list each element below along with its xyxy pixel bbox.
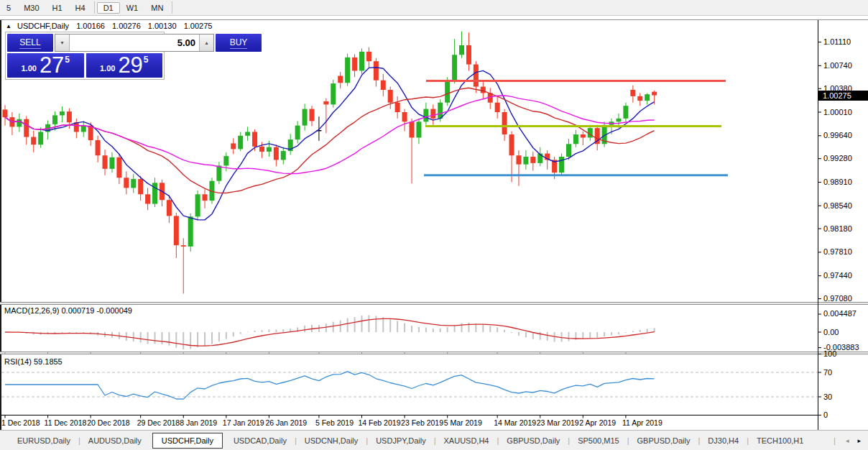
toolbar-separator <box>172 1 172 14</box>
macd-indicator-label: MACD(12,26,9) 0.000719 -0.000049 <box>4 306 132 315</box>
chevron-down-icon: ▾ <box>60 40 63 46</box>
toolbar-separator <box>94 1 95 14</box>
one-click-trade-panel: SELL ▾ ▴ BUY 1.00 27 5 1.00 <box>5 32 165 80</box>
tabs-scroll-left-button[interactable]: ◂ <box>846 437 849 444</box>
tab-scroll-controls: | ◂ ▸ <box>834 436 861 445</box>
tab-separator: | <box>698 436 701 445</box>
date-tick-label: 14 Feb 2019 <box>359 418 401 427</box>
price-tick-label: 1.00740 <box>823 61 852 70</box>
buy-price-big: 29 <box>118 55 142 76</box>
sell-price-box[interactable]: 1.00 27 5 <box>7 53 84 78</box>
chart-tab-xauusd-h4[interactable]: XAUUSD,H4 <box>437 436 497 445</box>
chart-tab-tech100-h1[interactable]: TECH100,H1 <box>749 436 811 445</box>
tab-separator: | <box>834 436 836 445</box>
volume-decrease-button[interactable]: ▾ <box>55 35 70 51</box>
tab-separator: | <box>747 436 749 445</box>
buy-button-label: BUY <box>230 37 248 49</box>
tab-separator: | <box>497 436 499 445</box>
price-tick-label: 0.99640 <box>823 131 852 139</box>
current-price-tag: 1.00275 <box>818 91 868 101</box>
mt4-window: 5M30H1H4D1W1MN ▲ USDCHF,Daily 1.00166 1.… <box>0 0 868 450</box>
chart-tab-usdchf-daily[interactable]: USDCHF,Daily <box>152 433 223 449</box>
timeframe-button-h1[interactable]: H1 <box>46 2 69 14</box>
collapse-chart-icon[interactable]: ▲ <box>6 23 11 29</box>
macd-name: MACD(12,26,9) <box>4 306 59 315</box>
price-tick-label: 0.98180 <box>823 224 852 233</box>
tab-separator: | <box>295 436 297 445</box>
tab-separator: | <box>434 436 436 445</box>
date-tick-label: 14 Mar 2019 <box>494 418 536 427</box>
chart-tab-gbpusd-daily[interactable]: GBPUSD,Daily <box>630 436 698 445</box>
rsi-tick-label: 100 <box>823 349 836 358</box>
date-tick-label: 23 Feb 2019 <box>401 418 443 427</box>
rsi-tick-label: 30 <box>823 392 832 401</box>
chart-tab-usdjpy-daily[interactable]: USDJPY,Daily <box>369 436 433 445</box>
date-tick-label: 17 Jan 2019 <box>223 418 264 427</box>
sell-button[interactable]: SELL <box>7 34 53 52</box>
chart-tab-gbpusd-daily[interactable]: GBPUSD,Daily <box>499 436 567 445</box>
quote-close: 1.00275 <box>184 22 213 30</box>
date-tick-label: 11 Apr 2019 <box>622 418 662 427</box>
chart-tab-dj30-h4[interactable]: DJ30,H4 <box>701 436 746 445</box>
tab-separator: | <box>366 436 368 445</box>
sell-price-prefix: 1.00 <box>21 64 36 73</box>
sell-button-label: SELL <box>19 37 40 49</box>
sell-price-big: 27 <box>40 55 64 76</box>
chart-tab-audusd-daily[interactable]: AUDUSD,Daily <box>81 436 149 445</box>
tabs-scroll-right-button[interactable]: ▸ <box>857 437 861 444</box>
tab-separator: | <box>78 436 80 445</box>
timeframe-button-5[interactable]: 5 <box>0 2 17 14</box>
chart-tab-sp500-m15[interactable]: SP500,M15 <box>571 436 626 445</box>
volume-increase-button[interactable]: ▴ <box>199 35 213 51</box>
chevron-up-icon: ▴ <box>205 40 208 46</box>
timeframe-button-w1[interactable]: W1 <box>120 2 145 14</box>
date-tick-label: 26 Jan 2019 <box>265 418 307 427</box>
price-tick-label: 0.97810 <box>823 247 852 256</box>
quote-open: 1.00166 <box>76 22 105 30</box>
rsi-tick-label: 70 <box>823 368 832 377</box>
date-tick-label: 29 Dec 2018 <box>137 418 180 427</box>
price-tick-label: 0.98910 <box>823 178 852 186</box>
rsi-tick-label: 0 <box>823 410 828 419</box>
chart-tab-usdcad-daily[interactable]: USDCAD,Daily <box>226 436 294 445</box>
chart-tab-bar: EURUSD,Daily|AUDUSD,DailyUSDCHF,DailyUSD… <box>0 430 868 450</box>
rsi-name: RSI(14) <box>4 357 32 366</box>
macd-tick-label: 0.004487 <box>823 309 857 318</box>
quote-low: 1.00130 <box>148 22 177 30</box>
rsi-indicator-label: RSI(14) 59.1855 <box>4 357 63 366</box>
timeframe-button-h4[interactable]: H4 <box>69 2 92 14</box>
timeframe-button-mn[interactable]: MN <box>144 2 170 14</box>
chart-tab-usdcnh-daily[interactable]: USDCNH,Daily <box>297 436 366 445</box>
date-tick-label: 1 Dec 2018 <box>1 418 40 427</box>
date-tick-label: 8 Jan 2019 <box>180 418 217 427</box>
sell-price-pip: 5 <box>65 55 70 65</box>
price-tick-label: 0.97440 <box>823 271 852 280</box>
timeframe-button-m30[interactable]: M30 <box>17 2 45 14</box>
timeframe-toolbar: 5M30H1H4D1W1MN <box>0 0 868 16</box>
timeframe-button-d1[interactable]: D1 <box>97 2 120 14</box>
quote-header: ▲ USDCHF,Daily 1.00166 1.00276 1.00130 1… <box>6 22 212 30</box>
volume-input[interactable] <box>70 35 199 51</box>
price-tick-label: 1.01110 <box>823 37 851 46</box>
price-tick-label: 0.98540 <box>823 201 852 210</box>
buy-price-pip: 5 <box>144 55 149 65</box>
buy-button[interactable]: BUY <box>216 34 262 52</box>
macd-tick-label: 0.00 <box>823 328 839 336</box>
price-tick-label: 1.00010 <box>823 108 852 116</box>
chart-tab-eurusd-daily[interactable]: EURUSD,Daily <box>10 436 78 445</box>
date-tick-label: 5 Feb 2019 <box>315 418 354 427</box>
tab-separator: | <box>568 436 570 445</box>
macd-main-value: 0.000719 <box>61 306 94 315</box>
tab-separator: | <box>627 436 629 445</box>
date-tick-label: 20 Dec 2018 <box>87 418 130 427</box>
volume-spinner: ▾ ▴ <box>55 34 214 52</box>
symbol-label: USDCHF,Daily <box>17 22 69 30</box>
price-tick-label: 0.99280 <box>823 154 852 162</box>
macd-signal-value: -0.000049 <box>96 306 132 315</box>
date-tick-label: 23 Mar 2019 <box>537 418 579 427</box>
rsi-value: 59.1855 <box>34 357 63 366</box>
buy-price-box[interactable]: 1.00 29 5 <box>86 53 163 78</box>
buy-price-prefix: 1.00 <box>100 64 115 73</box>
price-tick-label: 0.97080 <box>823 294 852 303</box>
date-tick-label: 2 Apr 2019 <box>579 418 616 427</box>
